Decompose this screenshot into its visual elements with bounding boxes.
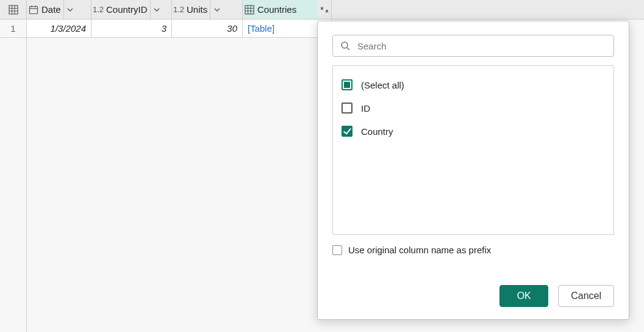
ok-button[interactable]: OK xyxy=(499,285,548,307)
calendar-icon xyxy=(29,5,38,15)
cell-countryid[interactable]: 3 xyxy=(91,20,172,38)
checkbox-mixed-icon[interactable] xyxy=(342,79,352,90)
popup-button-row: OK Cancel xyxy=(332,274,614,307)
column-header-countries-label: Countries xyxy=(256,4,299,15)
cell-date[interactable]: 1/3/2024 xyxy=(27,20,91,38)
column-header-countries[interactable]: Countries xyxy=(243,0,317,20)
prefix-option-label: Use original column name as prefix xyxy=(348,245,491,255)
cancel-button[interactable]: Cancel xyxy=(558,285,614,307)
expand-column-popup: (Select all) ID Country Use original col… xyxy=(317,21,629,320)
search-box[interactable] xyxy=(332,35,614,57)
option-country[interactable]: Country xyxy=(342,120,605,143)
chevron-down-icon xyxy=(214,7,220,13)
svg-point-14 xyxy=(342,42,348,48)
column-header-units-label: Units xyxy=(185,4,210,15)
column-header-date-label: Date xyxy=(40,4,63,15)
cell-units[interactable]: 30 xyxy=(172,20,243,38)
option-country-label: Country xyxy=(361,126,393,137)
row-index[interactable]: 1 xyxy=(0,20,27,38)
svg-rect-0 xyxy=(9,5,18,14)
column-header-countries-expand[interactable] xyxy=(317,0,332,20)
chevron-down-icon xyxy=(67,7,73,13)
column-header-row: Date 1.2 CountryID 1.2 Units Countries xyxy=(0,0,644,20)
header-filler xyxy=(332,0,644,20)
column-header-units[interactable]: 1.2 Units xyxy=(172,0,243,20)
search-icon xyxy=(340,41,350,51)
checkbox-checked-icon[interactable] xyxy=(342,126,352,137)
table-icon xyxy=(9,5,18,15)
select-all-corner[interactable] xyxy=(0,0,27,20)
checkbox-unchecked-icon[interactable] xyxy=(342,103,352,114)
option-select-all-label: (Select all) xyxy=(361,80,404,90)
column-header-units-dropdown[interactable] xyxy=(210,0,223,19)
column-options-list: (Select all) ID Country xyxy=(332,65,614,235)
search-input[interactable] xyxy=(356,40,606,52)
row-gutter xyxy=(0,38,27,332)
svg-rect-5 xyxy=(30,6,38,13)
expand-icon xyxy=(320,5,329,14)
chevron-down-icon xyxy=(154,7,160,13)
prefix-option[interactable]: Use original column name as prefix xyxy=(332,245,614,255)
column-header-countryid-dropdown[interactable] xyxy=(150,0,163,19)
column-header-countryid[interactable]: 1.2 CountryID xyxy=(91,0,172,20)
checkbox-unchecked-icon[interactable] xyxy=(332,245,342,255)
data-grid: Date 1.2 CountryID 1.2 Units Countries xyxy=(0,0,644,332)
option-id-label: ID xyxy=(361,103,370,114)
column-header-date-dropdown[interactable] xyxy=(63,0,77,19)
column-header-countryid-label: CountryID xyxy=(105,4,150,15)
column-header-date[interactable]: Date xyxy=(27,0,91,20)
option-select-all[interactable]: (Select all) xyxy=(342,73,605,96)
number-type-icon: 1.2 xyxy=(93,5,104,14)
svg-line-15 xyxy=(347,48,349,50)
svg-rect-9 xyxy=(245,5,254,14)
option-id[interactable]: ID xyxy=(342,96,605,120)
table-icon xyxy=(245,5,254,15)
number-type-icon: 1.2 xyxy=(173,5,184,14)
